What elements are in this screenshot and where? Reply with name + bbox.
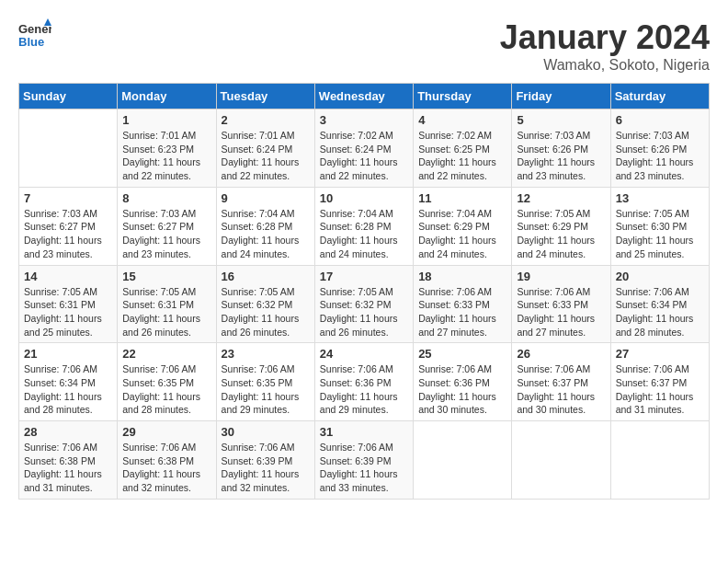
day-number: 14 — [24, 270, 112, 283]
day-cell-29: 29Sunrise: 7:06 AM Sunset: 6:38 PM Dayli… — [118, 421, 216, 500]
day-cell-26: 26Sunrise: 7:06 AM Sunset: 6:37 PM Dayli… — [512, 343, 610, 421]
week-row-3: 14Sunrise: 7:05 AM Sunset: 6:31 PM Dayli… — [19, 265, 710, 343]
week-row-1: 1Sunrise: 7:01 AM Sunset: 6:23 PM Daylig… — [19, 109, 710, 188]
weekday-header-sunday: Sunday — [19, 84, 118, 109]
weekday-header-wednesday: Wednesday — [314, 84, 413, 109]
day-cell-11: 11Sunrise: 7:04 AM Sunset: 6:29 PM Dayli… — [414, 187, 512, 265]
empty-cell — [512, 421, 610, 500]
day-cell-20: 20Sunrise: 7:06 AM Sunset: 6:34 PM Dayli… — [610, 265, 709, 343]
day-cell-8: 8Sunrise: 7:03 AM Sunset: 6:27 PM Daylig… — [118, 187, 216, 265]
day-number: 10 — [320, 191, 408, 205]
day-cell-27: 27Sunrise: 7:06 AM Sunset: 6:37 PM Dayli… — [610, 343, 709, 421]
empty-cell — [414, 421, 512, 500]
day-cell-14: 14Sunrise: 7:05 AM Sunset: 6:31 PM Dayli… — [19, 265, 118, 343]
day-number: 9 — [222, 191, 310, 205]
day-number: 26 — [517, 347, 605, 361]
day-info: Sunrise: 7:06 AM Sunset: 6:33 PM Dayligh… — [418, 285, 506, 339]
day-number: 1 — [122, 113, 210, 127]
day-info: Sunrise: 7:06 AM Sunset: 6:33 PM Dayligh… — [517, 285, 605, 339]
day-info: Sunrise: 7:06 AM Sunset: 6:35 PM Dayligh… — [122, 362, 210, 417]
header: General Blue January 2024 Wamako, Sokoto… — [18, 18, 710, 74]
day-number: 12 — [517, 191, 605, 205]
day-cell-17: 17Sunrise: 7:05 AM Sunset: 6:32 PM Dayli… — [314, 265, 413, 343]
day-info: Sunrise: 7:06 AM Sunset: 6:35 PM Dayligh… — [222, 362, 310, 417]
day-cell-3: 3Sunrise: 7:02 AM Sunset: 6:24 PM Daylig… — [314, 109, 413, 188]
day-info: Sunrise: 7:04 AM Sunset: 6:28 PM Dayligh… — [222, 207, 310, 261]
day-info: Sunrise: 7:02 AM Sunset: 6:24 PM Dayligh… — [320, 129, 408, 183]
day-number: 22 — [122, 347, 210, 361]
day-cell-23: 23Sunrise: 7:06 AM Sunset: 6:35 PM Dayli… — [216, 343, 314, 421]
day-number: 4 — [418, 113, 506, 127]
svg-text:Blue: Blue — [18, 35, 44, 49]
day-info: Sunrise: 7:06 AM Sunset: 6:36 PM Dayligh… — [320, 362, 408, 417]
day-number: 20 — [616, 270, 704, 283]
day-number: 6 — [616, 113, 704, 127]
calendar-subtitle: Wamako, Sokoto, Nigeria — [500, 57, 710, 74]
day-number: 18 — [418, 270, 506, 283]
day-cell-13: 13Sunrise: 7:05 AM Sunset: 6:30 PM Dayli… — [610, 187, 709, 265]
day-info: Sunrise: 7:05 AM Sunset: 6:31 PM Dayligh… — [24, 285, 112, 339]
day-info: Sunrise: 7:04 AM Sunset: 6:28 PM Dayligh… — [320, 207, 408, 261]
day-info: Sunrise: 7:06 AM Sunset: 6:37 PM Dayligh… — [517, 362, 605, 417]
day-cell-18: 18Sunrise: 7:06 AM Sunset: 6:33 PM Dayli… — [414, 265, 512, 343]
day-number: 31 — [320, 425, 408, 439]
day-info: Sunrise: 7:01 AM Sunset: 6:24 PM Dayligh… — [222, 129, 310, 183]
weekday-header-tuesday: Tuesday — [216, 84, 314, 109]
day-number: 28 — [24, 425, 112, 439]
weekday-header-saturday: Saturday — [610, 84, 709, 109]
day-info: Sunrise: 7:06 AM Sunset: 6:38 PM Dayligh… — [24, 441, 112, 495]
empty-cell — [19, 109, 118, 188]
day-cell-1: 1Sunrise: 7:01 AM Sunset: 6:23 PM Daylig… — [118, 109, 216, 188]
day-info: Sunrise: 7:04 AM Sunset: 6:29 PM Dayligh… — [418, 207, 506, 261]
day-cell-12: 12Sunrise: 7:05 AM Sunset: 6:29 PM Dayli… — [512, 187, 610, 265]
day-number: 3 — [320, 113, 408, 127]
day-cell-22: 22Sunrise: 7:06 AM Sunset: 6:35 PM Dayli… — [118, 343, 216, 421]
day-cell-2: 2Sunrise: 7:01 AM Sunset: 6:24 PM Daylig… — [216, 109, 314, 188]
day-cell-7: 7Sunrise: 7:03 AM Sunset: 6:27 PM Daylig… — [19, 187, 118, 265]
day-info: Sunrise: 7:06 AM Sunset: 6:36 PM Dayligh… — [418, 362, 506, 417]
day-number: 29 — [122, 425, 210, 439]
day-info: Sunrise: 7:03 AM Sunset: 6:27 PM Dayligh… — [24, 207, 112, 261]
logo-icon: General Blue — [18, 18, 51, 52]
day-number: 13 — [616, 191, 704, 205]
day-cell-19: 19Sunrise: 7:06 AM Sunset: 6:33 PM Dayli… — [512, 265, 610, 343]
day-info: Sunrise: 7:06 AM Sunset: 6:34 PM Dayligh… — [616, 285, 704, 339]
week-row-4: 21Sunrise: 7:06 AM Sunset: 6:34 PM Dayli… — [19, 343, 710, 421]
day-cell-24: 24Sunrise: 7:06 AM Sunset: 6:36 PM Dayli… — [314, 343, 413, 421]
day-cell-31: 31Sunrise: 7:06 AM Sunset: 6:39 PM Dayli… — [314, 421, 413, 500]
day-info: Sunrise: 7:02 AM Sunset: 6:25 PM Dayligh… — [418, 129, 506, 183]
day-number: 17 — [320, 270, 408, 283]
day-cell-25: 25Sunrise: 7:06 AM Sunset: 6:36 PM Dayli… — [414, 343, 512, 421]
day-info: Sunrise: 7:06 AM Sunset: 6:39 PM Dayligh… — [320, 441, 408, 495]
day-info: Sunrise: 7:05 AM Sunset: 6:29 PM Dayligh… — [517, 207, 605, 261]
calendar-table: SundayMondayTuesdayWednesdayThursdayFrid… — [18, 83, 710, 500]
weekday-header-row: SundayMondayTuesdayWednesdayThursdayFrid… — [19, 84, 710, 109]
day-cell-5: 5Sunrise: 7:03 AM Sunset: 6:26 PM Daylig… — [512, 109, 610, 188]
day-info: Sunrise: 7:06 AM Sunset: 6:34 PM Dayligh… — [24, 362, 112, 417]
day-info: Sunrise: 7:06 AM Sunset: 6:39 PM Dayligh… — [222, 441, 310, 495]
day-info: Sunrise: 7:05 AM Sunset: 6:32 PM Dayligh… — [320, 285, 408, 339]
day-number: 24 — [320, 347, 408, 361]
day-cell-28: 28Sunrise: 7:06 AM Sunset: 6:38 PM Dayli… — [19, 421, 118, 500]
calendar-title: January 2024 — [500, 18, 710, 57]
day-number: 25 — [418, 347, 506, 361]
logo: General Blue — [18, 18, 51, 52]
week-row-2: 7Sunrise: 7:03 AM Sunset: 6:27 PM Daylig… — [19, 187, 710, 265]
day-info: Sunrise: 7:03 AM Sunset: 6:26 PM Dayligh… — [616, 129, 704, 183]
day-info: Sunrise: 7:05 AM Sunset: 6:30 PM Dayligh… — [616, 207, 704, 261]
day-number: 23 — [222, 347, 310, 361]
day-number: 30 — [222, 425, 310, 439]
weekday-header-friday: Friday — [512, 84, 610, 109]
title-area: January 2024 Wamako, Sokoto, Nigeria — [500, 18, 710, 74]
day-number: 19 — [517, 270, 605, 283]
empty-cell — [610, 421, 709, 500]
day-number: 27 — [616, 347, 704, 361]
day-number: 2 — [222, 113, 310, 127]
day-info: Sunrise: 7:05 AM Sunset: 6:31 PM Dayligh… — [122, 285, 210, 339]
day-cell-9: 9Sunrise: 7:04 AM Sunset: 6:28 PM Daylig… — [216, 187, 314, 265]
day-number: 8 — [122, 191, 210, 205]
day-cell-21: 21Sunrise: 7:06 AM Sunset: 6:34 PM Dayli… — [19, 343, 118, 421]
day-number: 7 — [24, 191, 112, 205]
day-number: 16 — [222, 270, 310, 283]
day-info: Sunrise: 7:05 AM Sunset: 6:32 PM Dayligh… — [222, 285, 310, 339]
